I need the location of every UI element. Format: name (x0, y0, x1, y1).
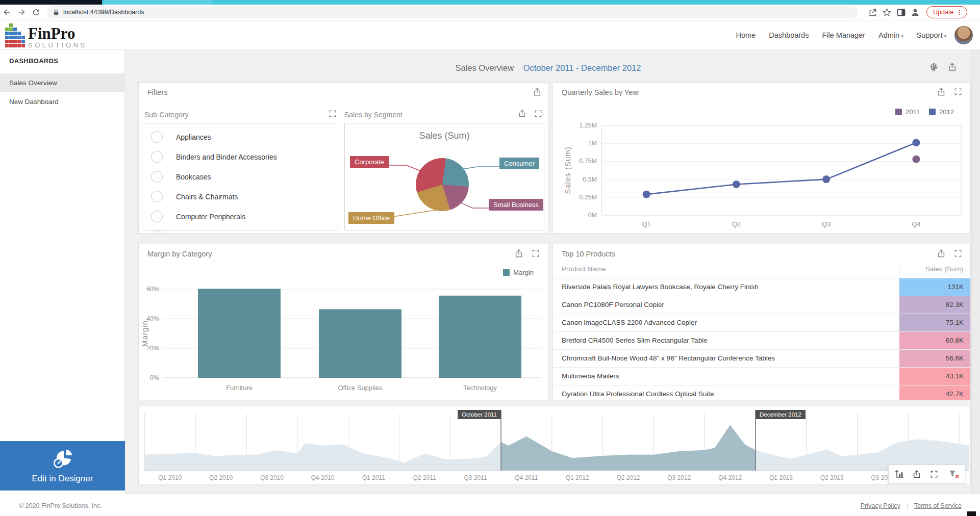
export-icon (947, 62, 957, 72)
pie-label-corporate[interactable]: Corporate (350, 156, 389, 168)
timeline-tick-label: Q4 2012 (718, 474, 742, 481)
browser-menu-icon[interactable]: ⋮ (957, 11, 963, 13)
subcategory-option-appliances[interactable]: Appliances (142, 127, 338, 147)
terms-of-service-link[interactable]: Terms of Service (914, 502, 962, 509)
top-products-panel: Top 10 Products Product Name Sales (Sum)… (552, 244, 971, 400)
designer-icon (51, 448, 74, 470)
app-logo[interactable]: FinPro SOLUTIONS (5, 23, 87, 49)
user-avatar[interactable] (954, 26, 973, 44)
checkbox-circle[interactable] (151, 171, 163, 183)
share-button[interactable] (865, 6, 880, 19)
timeline-tick-label: Q3 2012 (667, 474, 691, 481)
maximize-icon (930, 470, 938, 478)
filters-export-button[interactable] (533, 87, 542, 96)
dashboard-title: Sales Overview (455, 63, 514, 72)
reload-button[interactable] (29, 6, 43, 19)
value-axis-button[interactable] (892, 467, 907, 482)
timeline-export-button[interactable] (909, 467, 924, 482)
export-dashboard-button[interactable] (947, 62, 957, 72)
y-tick-label: 0.75M (579, 158, 597, 165)
quarterly-line-chart[interactable]: 0M0.25M0.5M0.75M1M1.25MQ1Q2Q3Q4Sales (Su… (553, 83, 971, 234)
data-point-2012[interactable] (733, 180, 740, 188)
pie-label-home-office[interactable]: Home Office (348, 212, 394, 224)
quarterly-sales-panel: Quarterly Sales by Year 2011 2012 0M0.25… (552, 82, 971, 234)
checkbox-circle[interactable] (151, 131, 163, 143)
timeline-tick-label: Q3 2011 (464, 474, 487, 481)
clear-filter-button[interactable] (946, 467, 962, 482)
update-button[interactable]: Update ⋮ (926, 6, 967, 18)
y-tick-label: 1.25M (579, 122, 597, 129)
sidebar-item-new-dashboard[interactable]: New Dashboard (0, 92, 124, 111)
timeline-maximize-button[interactable] (926, 467, 942, 482)
subcategory-option-binders[interactable]: Binders and Binder Accessories (142, 147, 338, 167)
x-tick-label: Q4 (912, 220, 920, 228)
timeline-area-chart[interactable]: Q1 2010Q2 2010Q3 2010Q4 2010Q1 2011Q2 20… (139, 406, 971, 484)
reload-icon (32, 8, 40, 17)
profile-button[interactable] (908, 6, 922, 19)
table-row[interactable]: Riverside Palais Royal Lawyers Bookcase,… (553, 278, 970, 296)
segment-export-button[interactable] (518, 109, 526, 118)
timeline-tick-label: Q2 2012 (616, 474, 640, 481)
data-point-2011[interactable] (912, 156, 920, 163)
bar-technology[interactable] (439, 296, 521, 378)
pie-label-consumer[interactable]: Consumer (499, 158, 539, 169)
color-scheme-button[interactable] (929, 62, 939, 72)
chevron-down-icon: ▾ (901, 34, 903, 39)
forward-arrow-icon (17, 8, 26, 17)
subcategory-option-chairs[interactable]: Chairs & Chairmats (142, 187, 338, 207)
subcategory-option-copiers[interactable]: Copiers and Fax (142, 226, 338, 234)
table-row[interactable]: Bretford CR4500 Series Slim Rectangular … (553, 332, 970, 350)
checkbox-circle[interactable] (151, 230, 163, 234)
side-panel-button[interactable] (894, 6, 908, 19)
table-row[interactable]: Canon PC1080F Personal Copier82.3K (553, 296, 970, 314)
top-products-export-button[interactable] (937, 249, 946, 258)
scrollbar-gutter[interactable] (971, 50, 980, 494)
data-point-2012[interactable] (822, 175, 830, 183)
nav-admin[interactable]: Admin▾ (878, 31, 903, 39)
data-point-2012[interactable] (912, 139, 920, 146)
table-row[interactable]: Gyration Ultra Professional Cordless Opt… (553, 385, 970, 400)
bar-office-supplies[interactable] (319, 309, 401, 378)
checkbox-circle[interactable] (151, 211, 163, 222)
forward-button[interactable] (14, 6, 29, 19)
pie-chart[interactable] (416, 158, 469, 211)
table-row[interactable]: Canon imageCLASS 2200 Advanced Copier75.… (553, 314, 970, 332)
bookmark-button[interactable] (880, 6, 894, 19)
pie-label-small-business[interactable]: Small Business (489, 199, 543, 211)
url-bar[interactable]: localhost:44399/Dashboards (47, 6, 858, 18)
browser-tab[interactable] (104, 0, 213, 5)
range-end-flag[interactable]: December 2012 (756, 410, 806, 419)
edit-in-designer-label: Edit in Designer (32, 474, 93, 484)
range-start-flag[interactable]: October 2011 (458, 410, 501, 419)
table-row[interactable]: Chromcraft Bull-Nose Wood 48" x 96" Rect… (553, 350, 970, 368)
subcategory-option-bookcases[interactable]: Bookcases (142, 167, 338, 187)
profile-icon (910, 7, 920, 17)
data-point-2012[interactable] (643, 191, 650, 198)
segment-maximize-button[interactable] (534, 110, 542, 118)
url-text[interactable]: localhost:44399/Dashboards (63, 9, 144, 16)
margin-bar-chart[interactable]: 0%20%40%60%FurnitureOffice SuppliesTechn… (139, 244, 548, 400)
column-product-name[interactable]: Product Name (562, 265, 606, 273)
subcategory-option-computer-peripherals[interactable]: Computer Peripherals (142, 207, 338, 226)
page-footer: © 2020 FinPro Solutions, Inc. Privacy Po… (0, 494, 980, 516)
top-products-maximize-button[interactable] (954, 249, 962, 257)
checkbox-circle[interactable] (151, 151, 163, 163)
nav-support[interactable]: Support▾ (917, 31, 946, 39)
back-button[interactable] (0, 6, 14, 19)
bar-furniture[interactable] (198, 289, 281, 378)
subcategory-maximize-button[interactable] (329, 110, 337, 118)
table-row[interactable]: Multimedia Mailers43.1K (553, 368, 970, 385)
dashboard-date-range[interactable]: October 2011 - December 2012 (523, 63, 641, 72)
timeline-tick-label: Q3 2010 (260, 474, 284, 481)
column-sales-sum[interactable]: Sales (Sum) (925, 265, 963, 273)
edit-in-designer-button[interactable]: Edit in Designer (0, 441, 125, 491)
maximize-icon (329, 110, 337, 118)
nav-dashboards[interactable]: Dashboards (769, 31, 809, 39)
nav-home[interactable]: Home (736, 31, 756, 39)
privacy-policy-link[interactable]: Privacy Policy (861, 502, 900, 509)
segment-pie-chart[interactable]: Sales (Sum) Corporate Consumer Small Bus… (344, 123, 544, 230)
nav-file-manager[interactable]: File Manager (822, 31, 865, 39)
sidebar-item-sales-overview[interactable]: Sales Overview (0, 73, 124, 92)
sidebar: DASHBOARDS Sales Overview New Dashboard … (0, 50, 125, 494)
checkbox-circle[interactable] (151, 191, 163, 202)
